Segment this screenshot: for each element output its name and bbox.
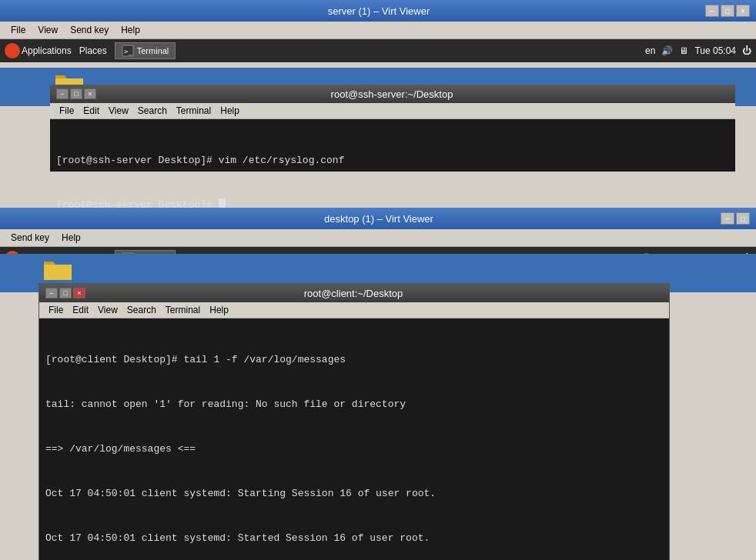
terminal-label-top: Terminal: [137, 46, 169, 55]
log-line-4: Oct 17 04:50:01 client systemd: Started …: [45, 532, 663, 546]
tmenu-edit-top[interactable]: Edit: [80, 105, 102, 117]
tmenu-help-top[interactable]: Help: [217, 105, 243, 117]
lang-indicator-top: en: [645, 45, 655, 56]
terminal-line-1-top: [root@ssh-server Desktop]# vim /etc/rsys…: [56, 154, 729, 168]
log-line-3: Oct 17 04:50:01 client systemd: Starting…: [45, 487, 663, 502]
terminal-window-top: − □ × root@ssh-server:~/Desktop File Edi…: [50, 85, 735, 172]
panel-right-top: en 🔊 🖥 Tue 05:04 ⏻: [645, 45, 751, 56]
term-close-client[interactable]: ×: [73, 288, 85, 298]
menu-view-top[interactable]: View: [33, 23, 62, 37]
maximize-btn-top[interactable]: □: [721, 5, 734, 17]
power-icon-top: ⏻: [742, 45, 751, 56]
applications-label-top: Applications: [22, 45, 72, 56]
terminal-content-top: [root@ssh-server Desktop]# vim /etc/rsys…: [50, 119, 735, 172]
folder-icon-bottom[interactable]: [42, 257, 73, 282]
terminal-title-text-top: root@ssh-server:~/Desktop: [96, 88, 687, 100]
terminal-menubar-client: File Edit View Search Terminal Help: [39, 302, 669, 318]
menu-help-bottom[interactable]: Help: [57, 231, 85, 245]
virt-title-bar-top: server (1) – Virt Viewer − □ ×: [0, 0, 756, 22]
svg-point-0: [8, 46, 17, 55]
display-icon-top: 🖥: [679, 45, 688, 56]
gnome-panel-top: Applications Places >_ Terminal en 🔊 🖥 T…: [0, 39, 756, 62]
maximize-btn-bottom[interactable]: □: [736, 212, 750, 225]
time-top: Tue 05:04: [694, 45, 736, 56]
places-label-top[interactable]: Places: [75, 42, 112, 59]
log-line-1: tail: cannot open '1' for reading: No su…: [45, 398, 663, 412]
gnome-foot-icon-top: [5, 43, 20, 58]
virt-menubar-bottom: Send key Help: [0, 229, 756, 247]
tmenu-search-top[interactable]: Search: [135, 105, 170, 117]
menu-file-top[interactable]: File: [6, 23, 30, 37]
terminal-menubar-top: File Edit View Search Terminal Help: [50, 103, 735, 119]
virt-title-bar-bottom: desktop (1) – Virt Viewer − □: [0, 208, 756, 229]
terminal-window-client: − □ × root@client:~/Desktop File Edit Vi…: [38, 283, 670, 560]
terminal-titlebar-client: − □ × root@client:~/Desktop: [39, 284, 669, 302]
close-btn-top[interactable]: ×: [736, 5, 750, 17]
tmenu-view-client[interactable]: View: [95, 304, 121, 316]
win-controls-bottom[interactable]: − □: [721, 212, 750, 225]
menu-help-top[interactable]: Help: [116, 23, 145, 37]
term-min-top[interactable]: −: [56, 88, 69, 99]
audio-icon-top: 🔊: [661, 45, 673, 56]
term-max-top[interactable]: □: [70, 88, 82, 99]
menu-sendkey-bottom[interactable]: Send key: [6, 231, 54, 245]
minimize-btn-bottom[interactable]: −: [721, 212, 734, 225]
tmenu-file-top[interactable]: File: [56, 105, 77, 117]
terminal-btn-top[interactable]: >_ Terminal: [115, 42, 176, 59]
menu-sendkey-top[interactable]: Send key: [65, 23, 113, 37]
tmenu-edit-client[interactable]: Edit: [69, 304, 92, 316]
tmenu-search-client[interactable]: Search: [124, 304, 159, 316]
tmenu-view-top[interactable]: View: [105, 105, 132, 117]
tmenu-file-client[interactable]: File: [45, 304, 66, 316]
tmenu-help-client[interactable]: Help: [206, 304, 232, 316]
log-line-0: [root@client Desktop]# tail 1 -f /var/lo…: [45, 353, 663, 368]
log-line-2: ==> /var/log/messages <==: [45, 442, 663, 457]
svg-text:>_: >_: [124, 48, 132, 55]
term-win-btns-client[interactable]: − □ ×: [45, 288, 85, 298]
terminal-title-text-client: root@client:~/Desktop: [85, 288, 621, 299]
virt-menubar-top: File View Send key Help: [0, 22, 756, 39]
tmenu-terminal-client[interactable]: Terminal: [162, 304, 203, 316]
virt-viewer-top: server (1) – Virt Viewer − □ × File View…: [0, 0, 756, 208]
minimize-btn-top[interactable]: −: [705, 5, 719, 17]
applications-menu-top[interactable]: Applications: [5, 43, 72, 58]
tmenu-terminal-top[interactable]: Terminal: [173, 105, 214, 117]
folder-img-bottom: [42, 257, 73, 282]
term-max-client[interactable]: □: [59, 288, 72, 298]
term-close-top[interactable]: ×: [84, 88, 96, 99]
virt-title-text-top: server (1) – Virt Viewer: [52, 5, 705, 17]
term-min-client[interactable]: −: [45, 288, 58, 298]
virt-title-text-bottom: desktop (1) – Virt Viewer: [37, 213, 721, 225]
win-controls-top[interactable]: − □ ×: [705, 5, 750, 17]
virt-viewer-bottom: desktop (1) – Virt Viewer − □ Send key H…: [0, 208, 756, 560]
terminal-content-client: [root@client Desktop]# tail 1 -f /var/lo…: [39, 318, 669, 560]
term-win-btns-top[interactable]: − □ ×: [56, 88, 96, 99]
terminal-icon-top: >_: [122, 45, 134, 57]
terminal-titlebar-top: − □ × root@ssh-server:~/Desktop: [50, 85, 735, 103]
